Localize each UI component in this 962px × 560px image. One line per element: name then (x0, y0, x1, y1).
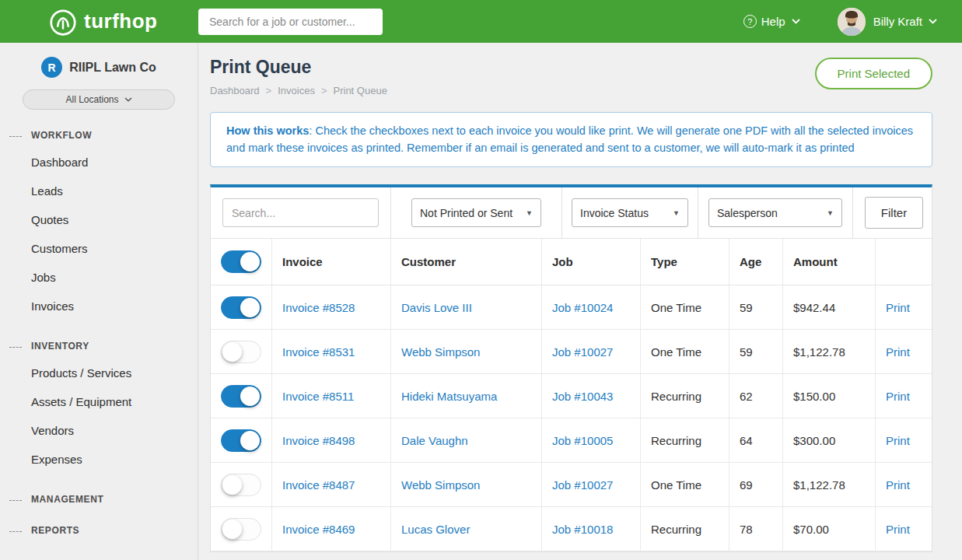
customer-link[interactable]: Dale Vaughn (401, 434, 468, 447)
row-select-toggle[interactable] (221, 341, 261, 363)
sidebar-section-label: INVENTORY (0, 341, 198, 352)
invoice-status-select[interactable]: Invoice Status ▼ (572, 198, 688, 227)
toggle-knob (222, 342, 242, 362)
print-link[interactable]: Print (886, 434, 910, 447)
print-link[interactable]: Print (886, 523, 910, 536)
row-select-toggle[interactable] (221, 296, 261, 319)
table-row: Invoice #8487 Webb Simpson Job #10027 On… (211, 463, 932, 507)
invoice-link[interactable]: Invoice #8528 (282, 301, 355, 314)
invoice-type: Recurring (640, 374, 729, 418)
breadcrumb-invoices[interactable]: Invoices (278, 85, 333, 96)
sidebar-item-invoices[interactable]: Invoices (0, 292, 198, 320)
table-row: Invoice #8531 Webb Simpson Job #10027 On… (211, 330, 932, 374)
header-amount: Amount (782, 239, 875, 285)
brand-logo[interactable]: turfhop (0, 5, 198, 38)
locations-label: All Locations (65, 94, 118, 105)
main-header: Print Queue DashboardInvoicesPrint Queue… (210, 57, 932, 96)
invoice-link[interactable]: Invoice #8487 (282, 478, 355, 492)
table-search-input[interactable] (222, 198, 379, 227)
locations-selector[interactable]: All Locations (23, 89, 175, 110)
printed-filter-select[interactable]: Not Printed or Sent ▼ (411, 198, 541, 227)
toggle-knob (222, 520, 242, 539)
invoice-link[interactable]: Invoice #8469 (282, 523, 355, 536)
sidebar-section-label: REPORTS (0, 525, 198, 536)
invoice-age: 78 (729, 507, 782, 551)
invoice-type: Recurring (640, 507, 729, 551)
filter-button[interactable]: Filter (865, 197, 923, 229)
job-link[interactable]: Job #10018 (552, 523, 613, 536)
header-type: Type (640, 239, 729, 285)
invoice-type: Recurring (640, 418, 729, 462)
invoice-type: One Time (640, 330, 729, 373)
sidebar-item-vendors[interactable]: Vendors (0, 416, 198, 445)
invoice-age: 64 (729, 418, 782, 462)
customer-link[interactable]: Davis Love III (401, 301, 472, 314)
print-link[interactable]: Print (886, 478, 910, 492)
select-all-toggle[interactable] (221, 250, 261, 273)
invoice-link[interactable]: Invoice #8498 (282, 434, 355, 447)
select-arrow-icon: ▼ (827, 209, 834, 217)
sidebar-section: REPORTS (0, 525, 198, 536)
info-box: How this works: Check the checkboxes nex… (210, 112, 932, 167)
print-queue-panel: Not Printed or Sent ▼ Invoice Status ▼ S… (210, 184, 932, 552)
customer-link[interactable]: Hideki Matsuyama (401, 390, 497, 403)
table-row: Invoice #8511 Hideki Matsuyama Job #1004… (211, 374, 932, 418)
job-link[interactable]: Job #10005 (552, 434, 613, 447)
select-arrow-icon: ▼ (673, 209, 680, 217)
company-logo: R (41, 57, 62, 78)
sidebar-item-assets-equipment[interactable]: Assets / Equipment (0, 387, 198, 416)
invoice-link[interactable]: Invoice #8531 (282, 345, 355, 359)
invoice-link[interactable]: Invoice #8511 (282, 390, 354, 403)
info-box-title: How this works (226, 124, 309, 137)
print-link[interactable]: Print (886, 301, 910, 314)
sidebar-item-leads[interactable]: Leads (0, 177, 198, 205)
turfhop-logo-icon (47, 5, 79, 38)
print-link[interactable]: Print (886, 345, 910, 359)
row-select-toggle[interactable] (221, 385, 261, 408)
toggle-knob (240, 431, 260, 450)
header-job: Job (541, 239, 640, 285)
brand-name: turfhop (84, 9, 157, 33)
chevron-down-icon (929, 19, 937, 24)
salesperson-select[interactable]: Salesperson ▼ (708, 198, 842, 227)
invoice-amount: $70.00 (782, 507, 875, 551)
sidebar-item-products-services[interactable]: Products / Services (0, 359, 198, 387)
invoice-amount: $1,122.78 (782, 330, 875, 373)
topbar: turfhop ? Help Billy Kraft (0, 0, 962, 43)
job-link[interactable]: Job #10043 (552, 390, 613, 403)
print-selected-button[interactable]: Print Selected (815, 58, 932, 89)
job-link[interactable]: Job #10024 (552, 301, 613, 314)
row-select-toggle[interactable] (221, 429, 261, 452)
help-menu[interactable]: ? Help (743, 15, 800, 28)
invoice-type: One Time (640, 285, 729, 329)
customer-link[interactable]: Webb Simpson (401, 345, 480, 359)
print-link[interactable]: Print (886, 390, 910, 403)
sidebar-section-label: MANAGEMENT (0, 494, 198, 505)
table-row: Invoice #8528 Davis Love III Job #10024 … (211, 285, 932, 330)
invoice-amount: $1,122.78 (782, 463, 875, 506)
sidebar-item-expenses[interactable]: Expenses (0, 445, 198, 474)
header-print-spacer (875, 239, 932, 285)
table-header: Invoice Customer Job Type Age Amount (211, 239, 932, 285)
company-header[interactable]: R RIIPL Lawn Co (0, 57, 198, 78)
sidebar-item-jobs[interactable]: Jobs (0, 263, 198, 292)
job-link[interactable]: Job #10027 (552, 478, 613, 492)
breadcrumb-dashboard[interactable]: Dashboard (210, 85, 278, 96)
user-menu[interactable]: Billy Kraft (838, 8, 937, 36)
filter-row: Not Printed or Sent ▼ Invoice Status ▼ S… (211, 187, 932, 239)
invoice-type: One Time (640, 463, 729, 506)
toggle-knob (240, 252, 260, 271)
sidebar-item-dashboard[interactable]: Dashboard (0, 148, 198, 177)
row-select-toggle[interactable] (221, 518, 261, 541)
customer-link[interactable]: Lucas Glover (401, 523, 470, 536)
invoice-age: 59 (729, 285, 782, 329)
breadcrumb-print-queue: Print Queue (334, 85, 387, 96)
row-select-toggle[interactable] (221, 474, 261, 496)
job-link[interactable]: Job #10027 (552, 345, 613, 359)
customer-link[interactable]: Webb Simpson (401, 478, 480, 492)
global-search-input[interactable] (198, 9, 383, 35)
sidebar-item-quotes[interactable]: Quotes (0, 205, 198, 234)
sidebar-item-customers[interactable]: Customers (0, 234, 198, 263)
invoice-amount: $150.00 (782, 374, 875, 418)
header-customer: Customer (390, 239, 541, 285)
